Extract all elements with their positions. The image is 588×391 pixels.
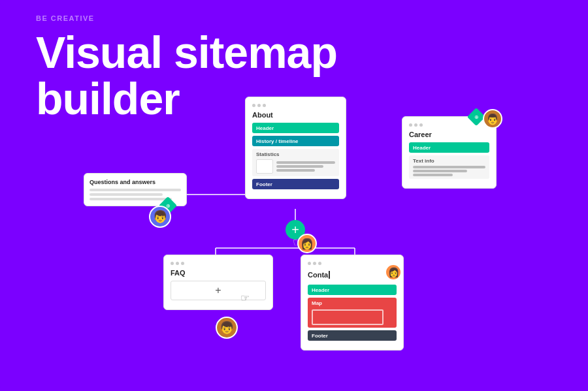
contact-header-label: Header bbox=[312, 287, 329, 293]
career-card-title: Career bbox=[409, 131, 489, 138]
textinfo-line-2 bbox=[413, 170, 467, 172]
text-cursor bbox=[329, 271, 330, 279]
statistics-label: Statistics bbox=[256, 151, 335, 157]
q-line-1 bbox=[90, 189, 181, 191]
statistics-content bbox=[256, 159, 335, 174]
about-footer-row[interactable]: Footer bbox=[252, 179, 339, 189]
about-statistics-section: Statistics bbox=[252, 149, 339, 176]
faq-card-dots bbox=[171, 262, 266, 265]
contact-card: Conta 👩 Header Map Footer bbox=[301, 255, 404, 351]
dot3 bbox=[419, 123, 423, 127]
hero-title-line2: builder bbox=[36, 74, 180, 123]
dot3 bbox=[181, 262, 184, 265]
questions-card-title: Questions and answers bbox=[90, 179, 181, 185]
contact-footer-label: Footer bbox=[312, 333, 328, 339]
about-card-title: About bbox=[252, 111, 339, 119]
contact-header-row-item[interactable]: Header bbox=[308, 285, 397, 295]
textinfo-lines bbox=[413, 166, 485, 176]
q-line-3 bbox=[90, 198, 172, 200]
faq-avatar: 👦 bbox=[216, 317, 238, 339]
about-card-dots bbox=[252, 104, 339, 107]
faq-card: FAQ + ☞ bbox=[163, 255, 273, 310]
dot2 bbox=[257, 104, 261, 107]
faq-cursor: ☞ bbox=[240, 292, 250, 304]
questions-card: Questions and answers ⊕ bbox=[84, 173, 187, 206]
center-avatar: 👩 bbox=[297, 234, 317, 253]
dot1 bbox=[252, 104, 255, 107]
questions-avatar: 👦 bbox=[149, 206, 171, 228]
career-avatar: 👨 bbox=[483, 109, 502, 129]
dot1 bbox=[409, 123, 412, 127]
contact-header-row: Conta 👩 bbox=[308, 269, 397, 281]
stat-line-2 bbox=[276, 165, 323, 168]
dot3 bbox=[263, 104, 266, 107]
dot2 bbox=[414, 123, 417, 127]
contact-card-dots bbox=[308, 262, 397, 265]
about-card: About Header History / timeline Statisti… bbox=[245, 97, 346, 199]
career-textinfo-section: Text info bbox=[409, 155, 489, 179]
q-line-2 bbox=[90, 193, 163, 196]
main-container: BE CREATIVE Visual sitemap builder About… bbox=[0, 0, 588, 391]
career-card: ⊕ 👨 Career Header Text info bbox=[402, 116, 497, 189]
about-footer-label: Footer bbox=[256, 181, 272, 187]
statistics-lines bbox=[276, 161, 335, 172]
stat-line-1 bbox=[276, 161, 335, 164]
career-header-label: Header bbox=[413, 145, 431, 151]
contact-inline-avatar: 👩 bbox=[385, 264, 402, 281]
about-header-label: Header bbox=[256, 125, 274, 131]
textinfo-line-3 bbox=[413, 174, 453, 176]
contact-footer-row[interactable]: Footer bbox=[308, 330, 397, 341]
about-history-row[interactable]: History / timeline bbox=[252, 136, 339, 146]
hero-title-line1: Visual sitemap bbox=[36, 27, 337, 77]
stat-line-3 bbox=[276, 169, 315, 172]
dot3 bbox=[318, 262, 321, 265]
dot1 bbox=[308, 262, 311, 265]
career-header-row[interactable]: Header bbox=[409, 142, 489, 153]
faq-card-title: FAQ bbox=[171, 269, 266, 277]
career-move-icon-inner: ⊕ bbox=[470, 110, 483, 123]
faq-plus-icon: + bbox=[215, 285, 221, 296]
contact-card-title: Conta bbox=[308, 271, 328, 279]
dot2 bbox=[176, 262, 179, 265]
about-history-label: History / timeline bbox=[256, 138, 298, 144]
faq-add-btn[interactable]: + bbox=[171, 281, 266, 300]
statistics-box bbox=[256, 159, 273, 174]
tagline: BE CREATIVE bbox=[36, 14, 95, 22]
contact-map-row[interactable]: Map bbox=[308, 298, 397, 328]
textinfo-label: Text info bbox=[413, 158, 485, 164]
contact-title-group: Conta bbox=[308, 271, 330, 279]
textinfo-line-1 bbox=[413, 166, 485, 168]
about-header-row[interactable]: Header bbox=[252, 123, 339, 133]
dot1 bbox=[171, 262, 174, 265]
dot2 bbox=[313, 262, 316, 265]
